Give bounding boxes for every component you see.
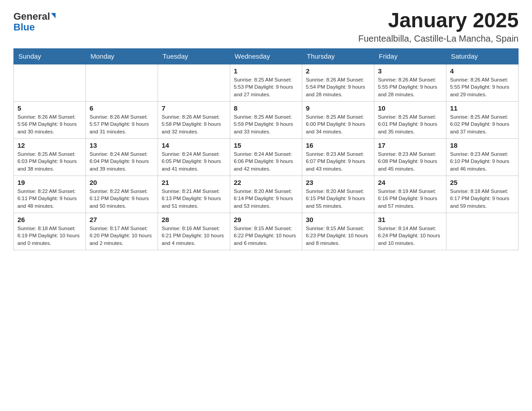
day-info: Sunrise: 8:20 AM Sunset: 6:15 PM Dayligh… [306,188,370,210]
table-row: 5Sunrise: 8:26 AM Sunset: 5:56 PM Daylig… [14,101,86,138]
day-info: Sunrise: 8:25 AM Sunset: 6:01 PM Dayligh… [378,113,442,136]
day-number: 5 [17,104,82,112]
page-header: GeneralBlue January 2025 Fuentealbilla, … [13,9,519,44]
day-info: Sunrise: 8:19 AM Sunset: 6:16 PM Dayligh… [378,188,442,210]
day-info: Sunrise: 8:18 AM Sunset: 6:17 PM Dayligh… [450,188,515,210]
day-number: 13 [90,141,154,149]
col-thursday: Thursday [302,48,374,64]
table-row: 30Sunrise: 8:15 AM Sunset: 6:23 PM Dayli… [302,213,374,250]
calendar-week-row: 12Sunrise: 8:25 AM Sunset: 6:03 PM Dayli… [14,138,519,176]
title-block: January 2025 Fuentealbilla, Castille-La … [358,9,519,44]
col-friday: Friday [374,48,446,64]
table-row: 1Sunrise: 8:25 AM Sunset: 5:53 PM Daylig… [230,64,302,102]
day-info: Sunrise: 8:17 AM Sunset: 6:20 PM Dayligh… [90,225,154,247]
day-info: Sunrise: 8:25 AM Sunset: 5:53 PM Dayligh… [234,76,298,98]
day-info: Sunrise: 8:16 AM Sunset: 6:21 PM Dayligh… [162,225,226,247]
table-row: 11Sunrise: 8:25 AM Sunset: 6:02 PM Dayli… [446,101,519,138]
table-row: 17Sunrise: 8:23 AM Sunset: 6:08 PM Dayli… [374,138,446,176]
day-number: 26 [17,216,82,223]
table-row: 23Sunrise: 8:20 AM Sunset: 6:15 PM Dayli… [302,176,374,213]
day-info: Sunrise: 8:24 AM Sunset: 6:05 PM Dayligh… [162,150,226,173]
day-number: 19 [17,179,82,186]
logo: GeneralBlue [13,9,56,33]
day-info: Sunrise: 8:26 AM Sunset: 5:58 PM Dayligh… [162,113,226,136]
table-row [158,64,230,102]
table-row: 3Sunrise: 8:26 AM Sunset: 5:55 PM Daylig… [374,64,446,102]
table-row: 18Sunrise: 8:23 AM Sunset: 6:10 PM Dayli… [446,138,519,176]
table-row: 4Sunrise: 8:26 AM Sunset: 5:55 PM Daylig… [446,64,519,102]
logo-blue-text: Blue [13,21,35,33]
day-info: Sunrise: 8:26 AM Sunset: 5:56 PM Dayligh… [17,113,82,136]
table-row: 24Sunrise: 8:19 AM Sunset: 6:16 PM Dayli… [374,176,446,213]
day-info: Sunrise: 8:24 AM Sunset: 6:06 PM Dayligh… [234,150,298,173]
day-number: 20 [90,179,154,186]
table-row: 15Sunrise: 8:24 AM Sunset: 6:06 PM Dayli… [230,138,302,176]
day-info: Sunrise: 8:25 AM Sunset: 6:00 PM Dayligh… [306,113,370,136]
day-info: Sunrise: 8:22 AM Sunset: 6:12 PM Dayligh… [90,188,154,210]
col-saturday: Saturday [446,48,519,64]
day-info: Sunrise: 8:23 AM Sunset: 6:10 PM Dayligh… [450,150,515,173]
day-info: Sunrise: 8:26 AM Sunset: 5:57 PM Dayligh… [90,113,154,136]
day-number: 9 [306,104,370,112]
table-row [86,64,158,102]
day-number: 3 [378,67,442,75]
day-info: Sunrise: 8:15 AM Sunset: 6:22 PM Dayligh… [234,225,298,247]
col-sunday: Sunday [14,48,86,64]
table-row: 26Sunrise: 8:18 AM Sunset: 6:19 PM Dayli… [14,213,86,250]
day-info: Sunrise: 8:26 AM Sunset: 5:55 PM Dayligh… [450,76,515,98]
table-row: 22Sunrise: 8:20 AM Sunset: 6:14 PM Dayli… [230,176,302,213]
table-row: 8Sunrise: 8:25 AM Sunset: 5:59 PM Daylig… [230,101,302,138]
table-row: 9Sunrise: 8:25 AM Sunset: 6:00 PM Daylig… [302,101,374,138]
day-number: 24 [378,179,442,186]
table-row: 6Sunrise: 8:26 AM Sunset: 5:57 PM Daylig… [86,101,158,138]
table-row [14,64,86,102]
table-row: 19Sunrise: 8:22 AM Sunset: 6:11 PM Dayli… [14,176,86,213]
calendar-week-row: 1Sunrise: 8:25 AM Sunset: 5:53 PM Daylig… [14,64,519,102]
day-info: Sunrise: 8:21 AM Sunset: 6:13 PM Dayligh… [162,188,226,210]
logo-triangle-icon [51,13,56,18]
day-info: Sunrise: 8:22 AM Sunset: 6:11 PM Dayligh… [17,188,82,210]
day-info: Sunrise: 8:26 AM Sunset: 5:55 PM Dayligh… [378,76,442,98]
table-row: 25Sunrise: 8:18 AM Sunset: 6:17 PM Dayli… [446,176,519,213]
day-number: 10 [378,104,442,112]
day-info: Sunrise: 8:20 AM Sunset: 6:14 PM Dayligh… [234,188,298,210]
day-number: 14 [162,141,226,149]
day-number: 27 [90,216,154,223]
table-row: 7Sunrise: 8:26 AM Sunset: 5:58 PM Daylig… [158,101,230,138]
table-row: 20Sunrise: 8:22 AM Sunset: 6:12 PM Dayli… [86,176,158,213]
day-number: 25 [450,179,515,186]
table-row: 29Sunrise: 8:15 AM Sunset: 6:22 PM Dayli… [230,213,302,250]
day-info: Sunrise: 8:25 AM Sunset: 6:03 PM Dayligh… [17,150,82,173]
day-number: 16 [306,141,370,149]
day-number: 8 [234,104,298,112]
day-info: Sunrise: 8:26 AM Sunset: 5:54 PM Dayligh… [306,76,370,98]
day-number: 23 [306,179,370,186]
day-info: Sunrise: 8:18 AM Sunset: 6:19 PM Dayligh… [17,225,82,247]
day-info: Sunrise: 8:25 AM Sunset: 6:02 PM Dayligh… [450,113,515,136]
calendar-title: January 2025 [358,9,519,32]
day-info: Sunrise: 8:15 AM Sunset: 6:23 PM Dayligh… [306,225,370,247]
col-tuesday: Tuesday [158,48,230,64]
day-number: 30 [306,216,370,223]
day-info: Sunrise: 8:23 AM Sunset: 6:08 PM Dayligh… [378,150,442,173]
calendar-body: 1Sunrise: 8:25 AM Sunset: 5:53 PM Daylig… [14,64,519,250]
day-number: 15 [234,141,298,149]
col-wednesday: Wednesday [230,48,302,64]
day-number: 4 [450,67,515,75]
day-info: Sunrise: 8:14 AM Sunset: 6:24 PM Dayligh… [378,225,442,247]
day-number: 28 [162,216,226,223]
table-row: 31Sunrise: 8:14 AM Sunset: 6:24 PM Dayli… [374,213,446,250]
day-number: 31 [378,216,442,223]
day-number: 12 [17,141,82,149]
day-info: Sunrise: 8:23 AM Sunset: 6:07 PM Dayligh… [306,150,370,173]
day-number: 21 [162,179,226,186]
calendar-week-row: 5Sunrise: 8:26 AM Sunset: 5:56 PM Daylig… [14,101,519,138]
table-row: 10Sunrise: 8:25 AM Sunset: 6:01 PM Dayli… [374,101,446,138]
table-row: 13Sunrise: 8:24 AM Sunset: 6:04 PM Dayli… [86,138,158,176]
table-row: 28Sunrise: 8:16 AM Sunset: 6:21 PM Dayli… [158,213,230,250]
calendar-header-row: Sunday Monday Tuesday Wednesday Thursday… [14,48,519,64]
day-info: Sunrise: 8:25 AM Sunset: 5:59 PM Dayligh… [234,113,298,136]
day-number: 11 [450,104,515,112]
calendar-subtitle: Fuentealbilla, Castille-La Mancha, Spain [358,34,519,44]
calendar-week-row: 19Sunrise: 8:22 AM Sunset: 6:11 PM Dayli… [14,176,519,213]
